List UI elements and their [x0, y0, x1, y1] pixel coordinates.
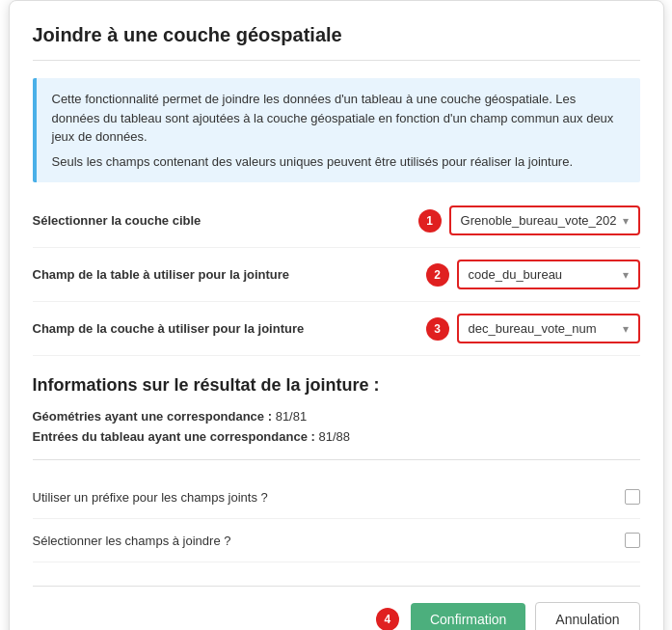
table-match-label: Entrées du tableau ayant une corresponda…: [33, 429, 315, 444]
dropdown-text: Grenoble_bureau_vote_202: [461, 213, 617, 228]
field-control: 1Grenoble_bureau_vote_202▾: [418, 205, 640, 235]
divider: [33, 459, 640, 460]
checkbox-row-0: Utiliser un préfixe pour les champs join…: [33, 476, 640, 519]
chevron-down-icon: ▾: [623, 268, 629, 282]
field-3-dropdown[interactable]: dec_bureau_vote_num▾: [457, 314, 640, 343]
footer: 4 Confirmation Annulation: [33, 586, 640, 630]
field-row: Sélectionner la couche cible1Grenoble_bu…: [33, 205, 640, 248]
field-2-dropdown[interactable]: code_du_bureau▾: [457, 260, 640, 289]
field-row: Champ de la couche à utiliser pour la jo…: [33, 314, 640, 356]
field-control: 3dec_bureau_vote_num▾: [426, 314, 640, 343]
checkbox-row-1: Sélectionner les champs à joindre ?: [33, 519, 640, 562]
info-box: Cette fonctionnalité permet de joindre l…: [33, 78, 640, 182]
field-control: 2code_du_bureau▾: [426, 260, 640, 289]
table-match-row: Entrées du tableau ayant une corresponda…: [33, 429, 640, 444]
cancel-button[interactable]: Annulation: [535, 602, 639, 630]
geo-match-value: 81/81: [276, 409, 308, 424]
checkbox-input-0[interactable]: [625, 489, 640, 505]
field-label: Champ de la couche à utiliser pour la jo…: [33, 321, 426, 336]
results-section-title: Informations sur le résultat de la joint…: [33, 375, 640, 396]
step-2-badge: 2: [426, 263, 449, 287]
dropdown-text: code_du_bureau: [469, 267, 563, 282]
dialog-title: Joindre à une couche géospatiale: [33, 24, 640, 61]
join-dialog: Joindre à une couche géospatiale Cette f…: [9, 0, 664, 630]
checkbox-input-1[interactable]: [625, 533, 640, 548]
checkbox-label-0: Utiliser un préfixe pour les champs join…: [33, 490, 268, 505]
geo-match-row: Géométries ayant une correspondance : 81…: [33, 409, 640, 424]
table-match-value: 81/88: [318, 429, 350, 444]
field-row: Champ de la table à utiliser pour la joi…: [33, 260, 640, 302]
step-4-badge: 4: [376, 608, 399, 630]
field-label: Sélectionner la couche cible: [33, 213, 418, 228]
geo-match-label: Géométries ayant une correspondance :: [33, 409, 273, 424]
checkboxes-container: Utiliser un préfixe pour les champs join…: [33, 476, 640, 562]
field-1-dropdown[interactable]: Grenoble_bureau_vote_202▾: [449, 205, 640, 235]
step-1-badge: 1: [418, 209, 442, 233]
field-rows: Sélectionner la couche cible1Grenoble_bu…: [33, 205, 640, 356]
field-label: Champ de la table à utiliser pour la joi…: [33, 267, 426, 282]
dropdown-text: dec_bureau_vote_num: [469, 321, 597, 336]
chevron-down-icon: ▾: [623, 214, 629, 228]
info-line1: Cette fonctionnalité permet de joindre l…: [52, 90, 625, 147]
checkbox-label-1: Sélectionner les champs à joindre ?: [33, 534, 231, 548]
step-3-badge: 3: [426, 317, 449, 341]
chevron-down-icon: ▾: [623, 322, 629, 336]
footer-buttons: Confirmation Annulation: [411, 602, 640, 630]
info-line2: Seuls les champs contenant des valeurs u…: [52, 152, 625, 172]
confirm-button[interactable]: Confirmation: [411, 603, 525, 630]
